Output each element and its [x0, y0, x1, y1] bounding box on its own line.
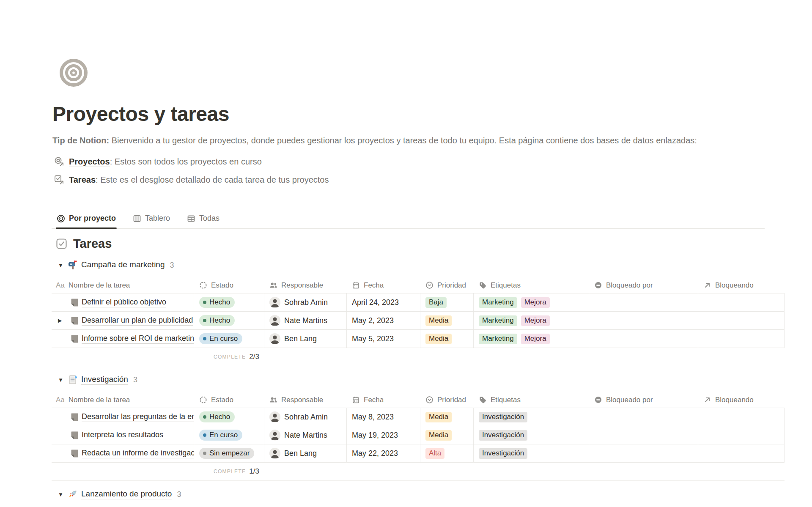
page-emoji-target-icon[interactable] — [59, 58, 88, 87]
column-header-prioridad[interactable]: Prioridad — [420, 277, 474, 293]
task-name-link[interactable]: Redacta un informe de investigación — [82, 449, 194, 458]
column-header-fecha[interactable]: Fecha — [347, 277, 420, 293]
task-name-link[interactable]: Informe sobre el ROI de marketing — [82, 334, 194, 344]
tab-todas[interactable]: Todas — [186, 211, 220, 228]
date-cell[interactable]: May 8, 2023 — [347, 408, 420, 426]
priority-chip[interactable]: Alta — [425, 448, 444, 459]
tag-chip[interactable]: Marketing — [479, 334, 517, 344]
blocked-by-cell[interactable] — [589, 312, 698, 329]
date-cell[interactable]: May 5, 2023 — [347, 330, 420, 348]
task-name-link[interactable]: Desarrollar las preguntas de la encuesta — [82, 412, 194, 422]
blocking-cell[interactable] — [698, 330, 785, 348]
priority-cell[interactable]: Media — [420, 408, 474, 426]
tab-tablero[interactable]: Tablero — [132, 211, 171, 228]
date-cell[interactable]: April 24, 2023 — [347, 293, 420, 311]
priority-cell[interactable]: Media — [420, 426, 474, 444]
priority-cell[interactable]: Alta — [420, 444, 474, 462]
collapse-triangle-icon[interactable]: ▼ — [58, 262, 64, 269]
person-cell[interactable]: Nate Martins — [264, 312, 347, 329]
person-cell[interactable]: Nate Martins — [264, 426, 347, 444]
blocked-by-cell[interactable] — [589, 330, 698, 348]
column-header-name[interactable]: AaNombre de la tarea — [52, 392, 194, 408]
tags-cell[interactable]: MarketingMejora — [474, 293, 589, 311]
column-header-responsable[interactable]: Responsable — [264, 392, 347, 408]
tag-chip[interactable]: Marketing — [479, 315, 517, 326]
column-header-etiquetas[interactable]: Etiquetas — [474, 277, 589, 293]
status-cell[interactable]: En curso — [194, 426, 264, 444]
task-name-cell[interactable]: ▶ Definir el público objetivo — [52, 293, 194, 311]
person-cell[interactable]: Ben Lang — [264, 444, 347, 462]
date-cell[interactable]: May 2, 2023 — [347, 312, 420, 329]
person-cell[interactable]: Sohrab Amin — [264, 408, 347, 426]
task-name-cell[interactable]: ▶ Desarrollar un plan de publicidad — [52, 312, 194, 329]
person-cell[interactable]: Sohrab Amin — [264, 293, 347, 311]
tags-cell[interactable]: MarketingMejora — [474, 330, 589, 348]
blocking-cell[interactable] — [698, 293, 785, 311]
column-header-bloqueando[interactable]: Bloqueando — [698, 392, 785, 408]
column-header-bloqueado-por[interactable]: Bloqueado por — [589, 392, 698, 408]
blocking-cell[interactable] — [698, 408, 785, 426]
status-pill[interactable]: Sin empezar — [199, 448, 254, 459]
column-header-estado[interactable]: Estado — [194, 392, 264, 408]
date-cell[interactable]: May 19, 2023 — [347, 426, 420, 444]
priority-cell[interactable]: Baja — [420, 293, 474, 311]
expand-triangle-icon[interactable]: ▶ — [58, 318, 62, 323]
tags-cell[interactable]: MarketingMejora — [474, 312, 589, 329]
status-pill[interactable]: Hecho — [199, 315, 235, 326]
tags-cell[interactable]: Investigación — [474, 426, 589, 444]
blocked-by-cell[interactable] — [589, 444, 698, 462]
priority-chip[interactable]: Media — [425, 315, 452, 326]
column-header-bloqueado-por[interactable]: Bloqueado por — [589, 277, 698, 293]
tags-cell[interactable]: Investigación — [474, 408, 589, 426]
tag-chip[interactable]: Investigación — [479, 430, 527, 441]
tab-por-proyecto[interactable]: Por proyecto — [56, 211, 117, 228]
tareas-link[interactable]: Tareas — [69, 175, 96, 185]
tag-chip[interactable]: Mejora — [521, 315, 550, 326]
blocking-cell[interactable] — [698, 312, 785, 329]
status-cell[interactable]: Hecho — [194, 408, 264, 426]
blocking-cell[interactable] — [698, 444, 785, 462]
column-header-name[interactable]: AaNombre de la tarea — [52, 277, 194, 293]
status-cell[interactable]: Hecho — [194, 312, 264, 329]
priority-cell[interactable]: Media — [420, 330, 474, 348]
column-header-estado[interactable]: Estado — [194, 277, 264, 293]
group-title[interactable]: Lanzamiento de producto — [81, 489, 172, 499]
priority-cell[interactable]: Media — [420, 312, 474, 329]
task-name-link[interactable]: Definir el público objetivo — [82, 298, 166, 307]
status-pill[interactable]: Hecho — [199, 411, 235, 422]
priority-chip[interactable]: Media — [425, 334, 452, 344]
column-header-etiquetas[interactable]: Etiquetas — [474, 392, 589, 408]
priority-chip[interactable]: Baja — [425, 297, 447, 308]
task-name-cell[interactable]: ▶ Desarrollar las preguntas de la encues… — [52, 408, 194, 426]
column-header-bloqueando[interactable]: Bloqueando — [698, 277, 785, 293]
task-name-cell[interactable]: ▶ Interpreta los resultados — [52, 426, 194, 444]
date-cell[interactable]: May 22, 2023 — [347, 444, 420, 462]
collapse-triangle-icon[interactable]: ▼ — [58, 491, 64, 498]
blocked-by-cell[interactable] — [589, 408, 698, 426]
tags-cell[interactable]: Investigación — [474, 444, 589, 462]
group-title[interactable]: Campaña de marketing — [81, 260, 165, 270]
status-cell[interactable]: Hecho — [194, 293, 264, 311]
tag-chip[interactable]: Investigación — [479, 412, 527, 422]
complete-calculation[interactable]: COMPLETE 2/3 — [194, 348, 264, 366]
task-name-cell[interactable]: ▶ Redacta un informe de investigación — [52, 444, 194, 462]
tag-chip[interactable]: Mejora — [521, 334, 550, 344]
tag-chip[interactable]: Marketing — [479, 297, 517, 308]
person-cell[interactable]: Ben Lang — [264, 330, 347, 348]
blocked-by-cell[interactable] — [589, 293, 698, 311]
column-header-prioridad[interactable]: Prioridad — [420, 392, 474, 408]
status-pill[interactable]: En curso — [199, 333, 242, 344]
column-header-responsable[interactable]: Responsable — [264, 277, 347, 293]
proyectos-link[interactable]: Proyectos — [69, 157, 110, 167]
collapse-triangle-icon[interactable]: ▼ — [58, 377, 64, 383]
tag-chip[interactable]: Investigación — [479, 448, 527, 459]
blocked-by-cell[interactable] — [589, 426, 698, 444]
group-title[interactable]: Investigación — [81, 375, 128, 385]
status-cell[interactable]: En curso — [194, 330, 264, 348]
task-name-link[interactable]: Desarrollar un plan de publicidad — [82, 316, 193, 326]
task-name-cell[interactable]: ▶ Informe sobre el ROI de marketing — [52, 330, 194, 348]
status-pill[interactable]: Hecho — [199, 297, 235, 308]
status-pill[interactable]: En curso — [199, 430, 242, 441]
priority-chip[interactable]: Media — [425, 412, 452, 422]
status-cell[interactable]: Sin empezar — [194, 444, 264, 462]
